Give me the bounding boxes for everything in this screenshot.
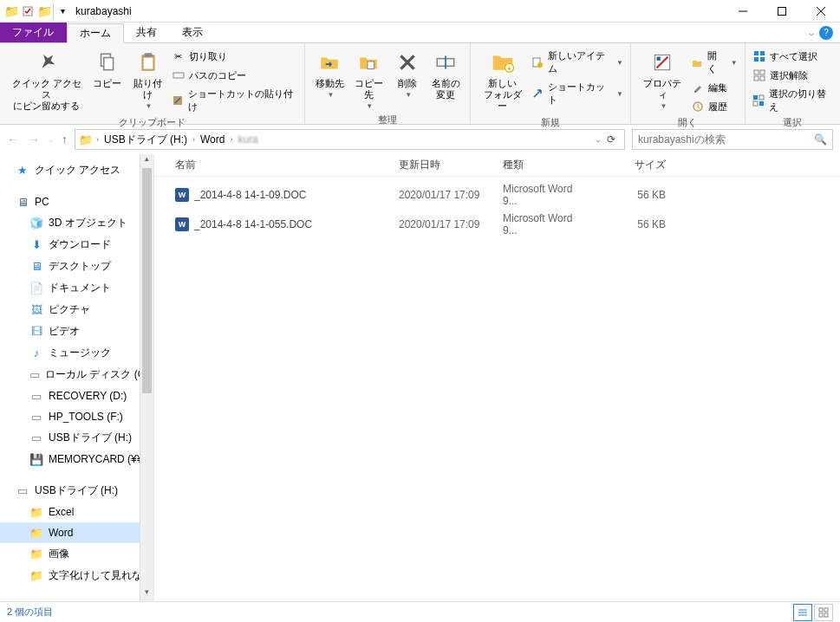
scrollbar-thumb[interactable] [142,168,152,393]
folder-icon: 📁 [29,526,43,540]
back-button[interactable]: ← [7,133,19,146]
properties-button[interactable]: プロパティ ▼ [636,47,689,112]
move-to-button[interactable]: 移動先 ▼ [310,47,348,100]
folder-icon: 📁 [79,133,93,146]
qat-item[interactable] [20,3,36,19]
cube-icon: 🧊 [29,217,43,230]
view-large-icons-button[interactable] [814,604,833,621]
chevron-icon[interactable]: › [95,135,100,144]
column-name[interactable]: 名前 [168,158,392,172]
paste-shortcut-button[interactable]: ショートカットの貼り付け [170,87,300,114]
shortcut-icon [531,87,544,100]
close-button[interactable] [801,0,840,23]
dropdown-icon: ▼ [616,90,623,98]
ribbon-collapse[interactable]: ⌵ [809,28,814,37]
up-button[interactable]: ↑ [62,133,68,146]
scroll-up-icon[interactable]: ▴ [140,154,153,168]
edit-button[interactable]: 編集 [689,80,739,95]
group-open: プロパティ ▼ 開く▼ 編集 履歴 開く [631,43,746,124]
cut-button[interactable]: ✂切り取り [170,49,300,64]
tab-view[interactable]: 表示 [170,23,216,42]
dropdown-icon[interactable]: ⌵ [596,135,600,144]
nav-pc-child[interactable]: 🖥デスクトップ [0,256,153,277]
shortcut-button[interactable]: ショートカット▼ [529,80,625,107]
svg-rect-22 [754,51,759,55]
breadcrumb-item[interactable]: Word [197,130,228,149]
breadcrumb-item[interactable]: USBドライブ (H:) [101,130,191,149]
copy-to-button[interactable]: コピー先 ▼ [348,47,388,112]
file-row[interactable]: W_2014-4-8 14-1-09.DOC 2020/01/17 17:09 … [154,180,840,210]
ribbon: クイック アクセス にピン留めする コピー 貼り付け ▼ ✂切り取り パスのコピ… [0,43,840,125]
nav-pc-child[interactable]: ▭HP_TOOLS (F:) [0,406,153,427]
ribbon-tabs: ファイル ホーム 共有 表示 ⌵ ? [0,23,840,43]
nav-network[interactable]: ⚙ネットワーク [0,597,153,601]
nav-pc-child[interactable]: 📄ドキュメント [0,277,153,299]
new-item-button[interactable]: 新しいアイテム▼ [529,49,625,76]
nav-pc-child[interactable]: 💾MEMORYCARD (¥¥ [0,449,153,470]
pin-quick-access-button[interactable]: クイック アクセス にピン留めする [5,47,88,114]
new-folder-button[interactable]: ✦ 新しい フォルダー [476,47,529,114]
history-button[interactable]: 履歴 [689,99,739,114]
nav-usb-child[interactable]: 📁文字化けして見れない [0,565,153,586]
copy-path-button[interactable]: パスのコピー [170,68,300,83]
help-button[interactable]: ? [819,26,833,40]
search-input[interactable] [638,133,803,146]
nav-pc-child[interactable]: ▭ローカル ディスク (C:) [0,364,153,386]
select-none-icon [752,68,766,82]
nav-quick-access[interactable]: ★クイック アクセス [0,159,153,181]
nav-pc-child[interactable]: ▭RECOVERY (D:) [0,386,153,406]
column-size[interactable]: サイズ [595,158,673,172]
nav-usb-child[interactable]: 📁Word [0,522,153,543]
nav-pc[interactable]: 🖥PC [0,191,153,212]
paste-button[interactable]: 貼り付け ▼ [126,47,169,112]
open-button[interactable]: 開く▼ [689,49,739,76]
column-date[interactable]: 更新日時 [392,158,496,172]
search-icon[interactable]: 🔍 [814,133,827,146]
drive-icon: ▭ [16,484,29,498]
refresh-button[interactable]: ⟳ [607,133,615,146]
invert-selection-button[interactable]: 選択の切り替え [751,87,835,114]
copy-button[interactable]: コピー [88,47,126,91]
chevron-icon[interactable]: › [229,135,233,144]
nav-pc-child[interactable]: 🖼ピクチャ [0,299,153,321]
video-icon: 🎞 [29,325,43,339]
nav-pc-child[interactable]: ♪ミュージック [0,342,153,364]
qat-item-folder[interactable]: 📁 [36,3,52,19]
tab-file[interactable]: ファイル [0,23,67,42]
navigation-pane[interactable]: ★クイック アクセス 🖥PC 🧊3D オブジェクト⬇ダウンロード🖥デスクトップ📄… [0,154,154,601]
history-icon [691,100,705,113]
chevron-icon[interactable]: › [192,135,196,144]
scrollbar[interactable]: ▴ ▾ [140,154,153,601]
nav-pc-child[interactable]: ⬇ダウンロード [0,234,153,256]
nav-pc-child[interactable]: 🧊3D オブジェクト [0,212,153,234]
path-icon [172,68,186,82]
breadcrumb-item[interactable]: kura [234,130,261,149]
nav-pc-child[interactable]: ▭USBドライブ (H:) [0,427,153,449]
column-type[interactable]: 種類 [496,158,595,172]
maximize-button[interactable] [762,0,801,23]
minimize-button[interactable] [723,0,762,23]
scroll-down-icon[interactable]: ▾ [140,587,153,601]
select-none-button[interactable]: 選択解除 [751,68,835,83]
tab-share[interactable]: 共有 [124,23,170,42]
select-all-button[interactable]: すべて選択 [751,49,835,64]
svg-rect-2 [778,7,785,15]
delete-button[interactable]: 削除 ▼ [388,47,427,100]
breadcrumb-bar[interactable]: 📁 › USBドライブ (H:) › Word › kura ⌵ ⟳ [75,129,625,150]
nav-usb-child[interactable]: 📁Excel [0,502,153,522]
svg-text:✦: ✦ [506,65,512,73]
qat-customize[interactable]: ▾ [53,3,68,19]
nav-pc-child[interactable]: 🎞ビデオ [0,321,153,342]
download-icon: ⬇ [29,238,43,252]
file-row[interactable]: W_2014-4-8 14-1-055.DOC 2020/01/17 17:09… [154,210,840,239]
paste-icon [134,49,162,76]
rename-button[interactable]: 名前の 変更 [427,47,465,102]
view-details-button[interactable] [793,604,812,621]
nav-usb-drive[interactable]: ▭USBドライブ (H:) [0,480,153,502]
tab-home[interactable]: ホーム [67,23,124,43]
recent-dropdown[interactable]: ⌵ [49,135,53,144]
file-list[interactable]: W_2014-4-8 14-1-09.DOC 2020/01/17 17:09 … [154,177,840,601]
forward-button[interactable]: → [28,133,40,146]
search-box[interactable]: 🔍 [632,129,833,150]
nav-usb-child[interactable]: 📁画像 [0,543,153,565]
